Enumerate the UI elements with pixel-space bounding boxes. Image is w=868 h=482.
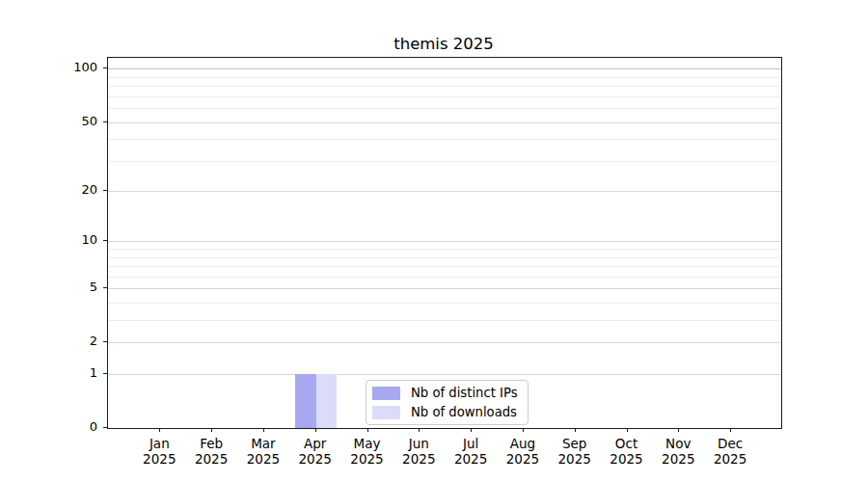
y-tick-mark xyxy=(103,341,107,342)
y-tick-label: 10 xyxy=(0,232,97,248)
y-tick-mark xyxy=(103,190,107,191)
plot-area xyxy=(107,57,782,429)
y-tick-label: 2 xyxy=(0,334,97,349)
y-tick-mark xyxy=(103,287,107,288)
y-tick-label: 1 xyxy=(0,365,97,381)
y-gridline-minor xyxy=(108,161,781,162)
bar-downloads xyxy=(316,374,338,428)
x-tick-mark xyxy=(159,428,160,432)
x-tick-mark xyxy=(419,428,420,432)
bar-distinct-ips xyxy=(295,374,316,428)
y-tick-label: 5 xyxy=(0,280,97,295)
y-tick-mark xyxy=(103,121,107,122)
x-tick-mark xyxy=(263,428,264,432)
x-tick-mark xyxy=(315,428,316,432)
y-tick-label: 50 xyxy=(0,114,97,129)
y-gridline-major xyxy=(108,342,781,343)
x-tick-mark xyxy=(211,428,212,432)
y-gridline-minor xyxy=(108,96,781,97)
y-gridline-minor xyxy=(108,303,781,304)
legend-swatch-distinct-ips-icon xyxy=(372,387,400,400)
y-tick-label: 0 xyxy=(0,419,97,435)
y-gridline-minor xyxy=(108,277,781,278)
y-gridline-minor xyxy=(108,320,781,321)
y-tick-mark xyxy=(103,67,107,68)
legend-label-distinct-ips: Nb of distinct IPs xyxy=(411,386,518,400)
y-gridline-minor xyxy=(108,257,781,258)
y-gridline-minor xyxy=(108,77,781,78)
legend-item-distinct-ips: Nb of distinct IPs xyxy=(372,386,518,400)
chart-title: themis 2025 xyxy=(107,35,780,53)
legend: Nb of distinct IPs Nb of downloads xyxy=(366,380,529,425)
legend-swatch-downloads-icon xyxy=(372,406,400,419)
x-tick-mark xyxy=(523,428,524,432)
x-tick-mark xyxy=(627,428,628,432)
x-tick-mark xyxy=(678,428,679,432)
y-tick-label: 20 xyxy=(0,182,97,198)
legend-item-downloads: Nb of downloads xyxy=(372,405,518,419)
y-tick-label: 100 xyxy=(0,60,97,75)
chart-root: themis 2025 Nb of distinct IPs Nb of dow… xyxy=(0,0,868,482)
y-gridline-minor xyxy=(108,86,781,87)
y-gridline-minor xyxy=(108,249,781,250)
y-gridline-major xyxy=(108,241,781,242)
y-gridline-major xyxy=(108,374,781,375)
x-tick-mark xyxy=(471,428,472,432)
x-tick-mark xyxy=(730,428,731,432)
y-gridline-minor xyxy=(108,139,781,140)
y-gridline-major xyxy=(108,288,781,289)
x-tick-label: Dec 2025 xyxy=(692,436,769,467)
y-gridline-minor xyxy=(108,266,781,267)
y-tick-mark xyxy=(103,240,107,241)
y-gridline-minor xyxy=(108,108,781,109)
y-tick-mark xyxy=(103,427,107,428)
y-gridline-major xyxy=(108,191,781,192)
y-gridline-major xyxy=(108,68,781,69)
y-gridline-major xyxy=(108,122,781,123)
legend-label-downloads: Nb of downloads xyxy=(411,405,517,419)
x-tick-mark xyxy=(575,428,576,432)
x-tick-mark xyxy=(367,428,368,432)
y-tick-mark xyxy=(103,373,107,374)
